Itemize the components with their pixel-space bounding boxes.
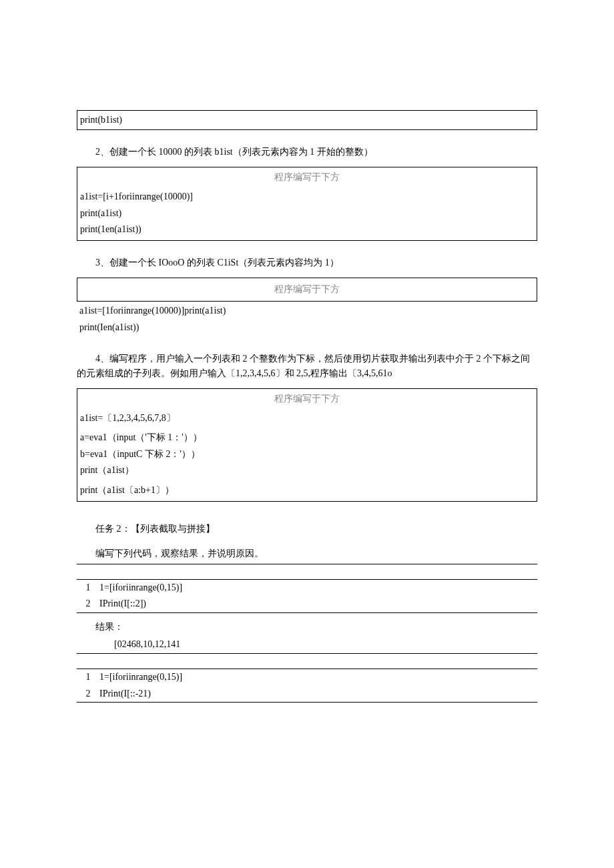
code-text: 1=[iforiinrange(0,15)] [99, 580, 537, 595]
code-line: b=eva1（inputC 下标 2：'）） [80, 446, 534, 462]
line-number: 1 [77, 580, 99, 595]
code-line: print(Ien(a1ist)) [79, 320, 535, 336]
result-section-a: 结果： [02468,10,12,141 [77, 618, 537, 655]
document-page: print(b1ist) 2、创建一个长 10000 的列表 b1ist（列表元… [0, 0, 614, 868]
line-number: 1 [77, 670, 99, 685]
code-box-4: 程序编写于下方 a1ist=〔1,2,3,4,5,6,7,8〕 a=eva1（i… [77, 388, 537, 502]
code-line: a1ist=[1foriinrange(10000)]print(a1ist) [79, 303, 535, 319]
code-line: print（a1ist） [80, 462, 534, 478]
code-line: a=eva1（input（'下标 1：'）） [80, 430, 534, 446]
line-number: 2 [77, 596, 99, 611]
code-line: print(a1ist) [80, 205, 534, 222]
code-line: a1ist=[i+1foriinrange(10000)] [80, 189, 534, 205]
code-box-3: 程序编写于下方 a1ist=[1foriinrange(10000)]print… [77, 278, 537, 337]
code-text: IPrint(I[::2]) [99, 596, 537, 611]
numbered-row: 2 IPrint(I[::-21) [77, 686, 537, 702]
question-2-prompt: 2、创建一个长 10000 的列表 b1ist（列表元素内容为 1 开始的整数） [77, 145, 537, 159]
question-3-prompt: 3、创建一个长 IOooO 的列表 C1iSt（列表元素内容均为 1） [77, 256, 537, 270]
code-header: 程序编写于下方 [80, 280, 534, 300]
code-line: print(b1ist) [80, 112, 534, 128]
code-box-2: 程序编写于下方 a1ist=[i+1foriinrange(10000)] pr… [77, 167, 537, 242]
code-line: print(1en(a1ist)) [80, 222, 534, 238]
code-box-1: print(b1ist) [77, 110, 537, 130]
result-value: [02468,10,12,141 [77, 636, 537, 654]
numbered-row: 2 IPrint(I[::2]) [77, 596, 537, 612]
code-lines: a1ist=[i+1foriinrange(10000)] print(a1is… [77, 187, 537, 240]
code-snippet-b: 1 1=[iforiinrange(0,15)] 2 IPrint(I[::-2… [77, 669, 537, 703]
code-line: print（a1ist〔a:b+1〕） [80, 479, 534, 498]
task-2-title: 任务 2：【列表截取与拼接】 [77, 522, 537, 536]
code-snippet-a: 1 1=[iforiinrange(0,15)] 2 IPrint(I[::2]… [77, 579, 537, 613]
code-header: 程序编写于下方 [77, 389, 537, 409]
code-header: 程序编写于下方 [77, 167, 537, 187]
question-4-prompt: 4、编写程序，用户输入一个列表和 2 个整数作为下标，然后使用切片获取并输出列表… [77, 352, 537, 382]
code-text: IPrint(I[::-21) [99, 687, 537, 701]
code-text: 1=[iforiinrange(0,15)] [99, 670, 537, 685]
result-label: 结果： [77, 618, 537, 636]
task-2-instruction: 编写下列代码，观察结果，并说明原因。 [77, 544, 537, 564]
line-number: 2 [77, 687, 99, 701]
code-lines: a1ist=〔1,2,3,4,5,6,7,8〕 a=eva1（input（'下标… [77, 409, 537, 501]
numbered-row: 1 1=[iforiinrange(0,15)] [77, 669, 537, 685]
numbered-row: 1 1=[iforiinrange(0,15)] [77, 580, 537, 596]
code-line: a1ist=〔1,2,3,4,5,6,7,8〕 [80, 410, 534, 430]
